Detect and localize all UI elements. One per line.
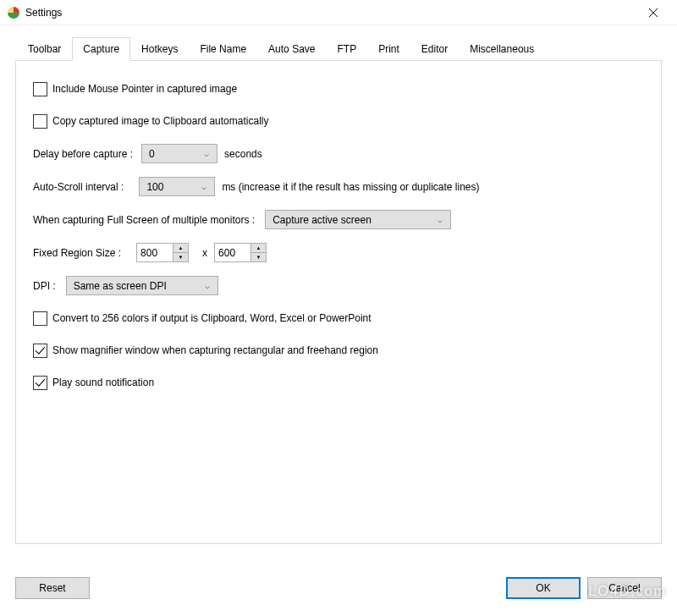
- capture-panel: Include Mouse Pointer in captured image …: [15, 60, 662, 544]
- content-area: Toolbar Capture Hotkeys File Name Auto S…: [0, 25, 677, 553]
- fixed-region-height-stepper[interactable]: ▲ ▼: [214, 243, 267, 262]
- tab-hotkeys[interactable]: Hotkeys: [130, 37, 189, 61]
- tab-print[interactable]: Print: [367, 37, 410, 61]
- fixed-region-sep: x: [202, 247, 207, 259]
- tab-auto-save[interactable]: Auto Save: [257, 37, 326, 61]
- arrow-down-icon[interactable]: ▼: [173, 253, 188, 261]
- delay-combo[interactable]: 0 ⌵: [141, 144, 217, 163]
- chevron-down-icon: ⌵: [200, 149, 213, 158]
- tab-editor[interactable]: Editor: [410, 37, 459, 61]
- chevron-down-icon: ⌵: [433, 215, 447, 224]
- copy-clipboard-label: Copy captured image to Clipboard automat…: [52, 115, 268, 127]
- fixed-region-height-input[interactable]: [215, 244, 250, 261]
- include-pointer-checkbox[interactable]: [33, 82, 47, 96]
- fixed-region-label: Fixed Region Size :: [33, 247, 121, 259]
- autoscroll-suffix: ms (increase it if the result has missin…: [222, 181, 479, 193]
- reset-button[interactable]: Reset: [15, 577, 90, 599]
- fixed-region-width-stepper[interactable]: ▲ ▼: [136, 243, 189, 262]
- stepper-arrows: ▲ ▼: [173, 244, 188, 261]
- close-icon: [649, 8, 658, 17]
- include-pointer-label: Include Mouse Pointer in captured image: [52, 83, 237, 95]
- multimonitor-value: Capture active screen: [272, 214, 372, 226]
- window-title: Settings: [25, 7, 636, 19]
- dpi-label: DPI :: [33, 280, 56, 292]
- ok-button[interactable]: OK: [506, 577, 581, 599]
- autoscroll-label: Auto-Scroll interval :: [33, 181, 124, 193]
- close-button[interactable]: [636, 1, 670, 25]
- tab-file-name[interactable]: File Name: [189, 37, 257, 61]
- arrow-up-icon[interactable]: ▲: [251, 244, 266, 253]
- convert-256-checkbox[interactable]: [33, 311, 47, 326]
- delay-label: Delay before capture :: [33, 148, 133, 160]
- convert-256-label: Convert to 256 colors if output is Clipb…: [52, 312, 372, 324]
- tab-capture[interactable]: Capture: [72, 37, 130, 61]
- magnifier-checkbox[interactable]: [33, 344, 47, 358]
- tab-ftp[interactable]: FTP: [326, 37, 367, 61]
- sound-label: Play sound notification: [52, 377, 154, 388]
- stepper-arrows: ▲ ▼: [250, 244, 266, 261]
- chevron-down-icon: ⌵: [197, 182, 211, 191]
- multimonitor-label: When capturing Full Screen of multiple m…: [33, 214, 255, 226]
- delay-suffix: seconds: [224, 148, 262, 160]
- autoscroll-value: 100: [146, 181, 163, 193]
- titlebar: Settings: [0, 0, 677, 25]
- dialog-buttons: Reset OK Cancel: [15, 577, 662, 599]
- tab-bar: Toolbar Capture Hotkeys File Name Auto S…: [15, 37, 662, 60]
- chevron-down-icon: ⌵: [201, 281, 214, 290]
- arrow-up-icon[interactable]: ▲: [173, 244, 188, 253]
- copy-clipboard-checkbox[interactable]: [33, 114, 47, 129]
- arrow-down-icon[interactable]: ▼: [251, 253, 266, 261]
- cancel-button[interactable]: Cancel: [587, 577, 662, 599]
- multimonitor-combo[interactable]: Capture active screen ⌵: [265, 210, 451, 229]
- autoscroll-combo[interactable]: 100 ⌵: [139, 177, 215, 196]
- sound-checkbox[interactable]: [33, 376, 47, 390]
- fixed-region-width-input[interactable]: [137, 244, 173, 261]
- tab-miscellaneous[interactable]: Miscellaneous: [459, 37, 545, 61]
- app-icon: [7, 6, 20, 19]
- dpi-value: Same as screen DPI: [74, 280, 167, 292]
- tab-toolbar[interactable]: Toolbar: [17, 37, 72, 61]
- magnifier-label: Show magnifier window when capturing rec…: [52, 344, 378, 356]
- dpi-combo[interactable]: Same as screen DPI ⌵: [66, 276, 218, 295]
- delay-value: 0: [149, 148, 155, 160]
